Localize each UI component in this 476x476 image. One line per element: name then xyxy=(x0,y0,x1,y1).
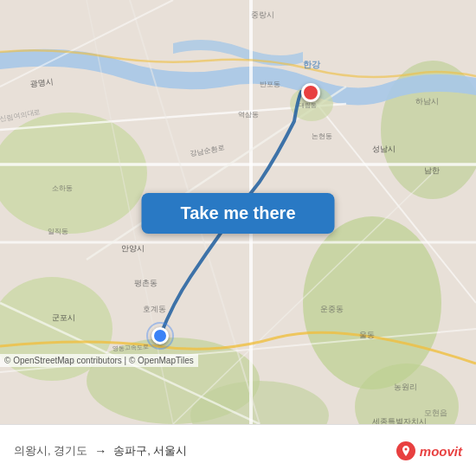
moovit-logo-icon xyxy=(396,441,415,460)
origin-pin xyxy=(151,327,169,344)
bottom-bar: 의왕시, 경기도 → 송파구, 서울시 moovit xyxy=(0,424,476,476)
svg-text:모현읍: 모현읍 xyxy=(424,408,447,417)
svg-text:호계동: 호계동 xyxy=(143,305,166,313)
map-attribution: © OpenStreetMap contributors | © OpenMap… xyxy=(0,354,198,367)
svg-text:논현동: 논현동 xyxy=(312,132,332,140)
svg-text:남한: 남한 xyxy=(424,166,440,175)
destination-pin xyxy=(301,83,320,102)
svg-text:평촌동: 평촌동 xyxy=(134,279,158,287)
route-to: 송파구, 서울시 xyxy=(113,443,187,459)
svg-text:대림동: 대림동 xyxy=(299,102,317,109)
svg-text:반포동: 반포동 xyxy=(260,80,280,88)
moovit-logo: moovit xyxy=(396,441,462,460)
svg-text:운중동: 운중동 xyxy=(320,305,344,313)
svg-text:하남시: 하남시 xyxy=(415,97,439,106)
svg-text:군포시: 군포시 xyxy=(52,313,75,322)
svg-text:울동: 울동 xyxy=(359,331,375,339)
svg-point-46 xyxy=(404,448,407,451)
route-arrow: → xyxy=(94,444,106,458)
svg-text:농원리: 농원리 xyxy=(394,383,417,391)
moovit-text: moovit xyxy=(420,444,462,459)
route-from: 의왕시, 경기도 xyxy=(14,443,87,459)
svg-text:안양시: 안양시 xyxy=(121,244,145,253)
svg-text:역삼동: 역삼동 xyxy=(238,111,259,119)
map-container: 광명시 성남시 안양시 평촌동 호계동 군포시 당동 울동 운중동 농원리 모현… xyxy=(0,0,476,424)
svg-text:소하동: 소하동 xyxy=(52,184,73,192)
svg-text:일직동: 일직동 xyxy=(48,228,68,235)
take-me-there-button[interactable]: Take me there xyxy=(142,193,335,234)
svg-text:성남시: 성남시 xyxy=(372,145,396,153)
svg-text:중랑시: 중랑시 xyxy=(251,10,274,19)
svg-text:한강: 한강 xyxy=(303,60,321,69)
svg-text:세종특별자치시: 세종특별자치시 xyxy=(372,417,427,424)
